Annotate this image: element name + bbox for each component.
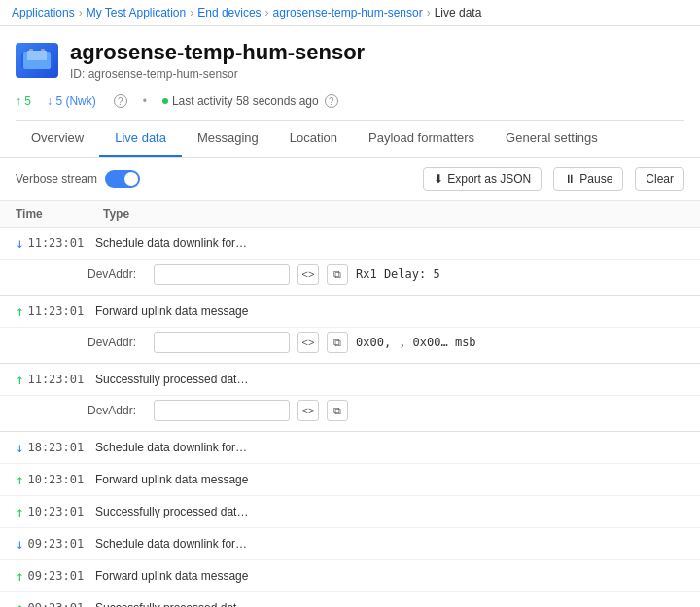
devaddr-input[interactable]	[154, 332, 290, 353]
log-section[interactable]: ↓ 11:23:01 Schedule data downlink for… D…	[0, 228, 700, 607]
log-type: Schedule data downlink for…	[88, 228, 700, 259]
table-header: Time Type	[0, 201, 700, 228]
table-row[interactable]: ↑ 11:23:01 Forward uplink data message	[0, 296, 700, 328]
toggle-knob	[124, 172, 138, 186]
clear-button[interactable]: Clear	[635, 167, 684, 191]
export-json-button[interactable]: ⬇ Export as JSON	[423, 167, 542, 191]
log-time: ↑ 11:23:01	[0, 296, 88, 327]
code-view-button[interactable]: <>	[298, 264, 319, 285]
log-type: Successfully processed dat…	[88, 496, 700, 527]
toolbar-left: Verbose stream	[16, 170, 140, 188]
detail-row: DevAddr: <> ⧉	[0, 396, 700, 425]
toggle-container	[105, 170, 140, 188]
breadcrumb-device[interactable]: agrosense-temp-hum-sensor	[273, 6, 423, 19]
device-icon	[16, 43, 58, 78]
breadcrumb-end-devices[interactable]: End devices	[197, 6, 261, 19]
log-time: ↓ 11:23:01	[0, 228, 88, 259]
copy-button[interactable]: ⧉	[327, 400, 348, 421]
time-value: 09:23:01	[27, 601, 84, 607]
device-title-row: agrosense-temp-hum-sensor ID: agrosense-…	[16, 40, 684, 81]
tab-general-settings[interactable]: General settings	[490, 121, 613, 157]
breadcrumb-app[interactable]: My Test Application	[87, 6, 187, 19]
tab-messaging[interactable]: Messaging	[182, 121, 274, 157]
svg-point-4	[32, 59, 35, 62]
tab-payload-formatters[interactable]: Payload formatters	[353, 121, 490, 157]
activity-info-icon[interactable]: ?	[325, 94, 338, 108]
log-time: ↑ 10:23:01	[0, 496, 88, 527]
tab-live-data[interactable]: Live data	[99, 121, 182, 157]
table-row[interactable]: ↑ 09:23:01 Successfully processed dat…	[0, 592, 700, 607]
detail-label: DevAddr:	[88, 404, 146, 417]
download-icon: ⬇	[434, 172, 443, 186]
table-row[interactable]: ↑ 09:23:01 Forward uplink data message	[0, 560, 700, 592]
log-time: ↓ 18:23:01	[0, 432, 88, 463]
svg-rect-7	[41, 49, 45, 53]
type-header: Type	[103, 207, 684, 221]
log-time: ↑ 09:23:01	[0, 592, 88, 607]
table-row[interactable]: ↓ 18:23:01 Schedule data downlink for…	[0, 432, 700, 464]
log-detail: DevAddr: <> ⧉ 0x00, , 0x00… msb	[0, 328, 700, 364]
log-time: ↓ 09:23:01	[0, 528, 88, 559]
table-row[interactable]: ↓ 11:23:01 Schedule data downlink for…	[0, 228, 700, 260]
arrow-down-icon: ↓	[16, 536, 23, 552]
up-count: ↑ 5	[16, 94, 31, 108]
log-type: Forward uplink data message	[88, 296, 700, 327]
verbose-toggle[interactable]	[105, 170, 140, 188]
log-detail: DevAddr: <> ⧉ Rx1 Delay: 5	[0, 260, 700, 296]
log-type: Successfully processed dat…	[88, 592, 700, 607]
log-type-text: Successfully processed dat…	[95, 373, 248, 386]
code-view-button[interactable]: <>	[298, 332, 319, 353]
tab-overview[interactable]: Overview	[16, 121, 99, 157]
time-value: 11:23:01	[27, 373, 84, 386]
device-header: agrosense-temp-hum-sensor ID: agrosense-…	[0, 26, 700, 158]
pause-button[interactable]: ⏸ Pause	[553, 167, 623, 191]
log-time: ↑ 10:23:01	[0, 464, 88, 495]
log-type-text: Successfully processed dat…	[95, 505, 248, 518]
down-count: ↓ 5 (Nwk)	[47, 94, 96, 108]
device-meta: ↑ 5 ↓ 5 (Nwk) ? • Last activity 58 secon…	[16, 87, 684, 116]
table-row[interactable]: ↑ 10:23:01 Successfully processed dat…	[0, 496, 700, 528]
devaddr-input[interactable]	[154, 400, 290, 421]
tab-location[interactable]: Location	[274, 121, 353, 157]
content-area: Verbose stream ⬇ Export as JSON ⏸ Pause …	[0, 158, 700, 607]
log-type: Forward uplink data message	[88, 560, 700, 591]
device-info: agrosense-temp-hum-sensor ID: agrosense-…	[70, 40, 365, 81]
payload-extra: , 0x00… msb	[399, 336, 475, 349]
table-row[interactable]: ↑ 11:23:01 Successfully processed dat…	[0, 364, 700, 396]
breadcrumb-sep-1: ›	[79, 6, 83, 19]
arrow-up-icon: ↑	[16, 568, 23, 584]
arrow-down-icon: ↓	[16, 440, 23, 455]
activity-dot	[162, 98, 168, 104]
time-value: 18:23:01	[27, 441, 84, 454]
devaddr-input[interactable]	[154, 264, 290, 285]
pause-icon: ⏸	[564, 172, 576, 186]
table-row[interactable]: ↓ 09:23:01 Schedule data downlink for…	[0, 528, 700, 560]
time-value: 10:23:01	[27, 473, 84, 486]
log-type-text: Forward uplink data message	[95, 569, 248, 583]
code-view-button[interactable]: <>	[298, 400, 319, 421]
svg-rect-5	[37, 58, 47, 62]
time-value: 11:23:01	[27, 304, 84, 318]
log-type: Schedule data downlink for…	[88, 432, 700, 463]
log-type-text: Schedule data downlink for…	[95, 236, 247, 250]
breadcrumb: Applications › My Test Application › End…	[0, 0, 700, 26]
copy-button[interactable]: ⧉	[327, 332, 348, 353]
device-icon-svg	[19, 47, 54, 74]
svg-rect-1	[23, 54, 51, 66]
verbose-label: Verbose stream	[16, 172, 97, 186]
breadcrumb-current: Live data	[435, 6, 482, 19]
arrow-up-icon: ↑	[16, 304, 23, 319]
breadcrumb-applications[interactable]: Applications	[12, 6, 75, 19]
time-header: Time	[16, 207, 103, 221]
log-type-text: Forward uplink data message	[95, 304, 248, 318]
copy-button[interactable]: ⧉	[327, 264, 348, 285]
time-value: 09:23:01	[27, 569, 84, 583]
log-type-text: Schedule data downlink for…	[95, 441, 247, 454]
nwk-info-icon[interactable]: ?	[114, 94, 127, 108]
device-name: agrosense-temp-hum-sensor	[70, 40, 365, 65]
time-value: 10:23:01	[27, 505, 84, 518]
log-type-text: Schedule data downlink for…	[95, 537, 247, 551]
time-value: 09:23:01	[27, 537, 84, 551]
table-row[interactable]: ↑ 10:23:01 Forward uplink data message	[0, 464, 700, 496]
detail-row: DevAddr: <> ⧉ Rx1 Delay: 5	[0, 260, 700, 289]
